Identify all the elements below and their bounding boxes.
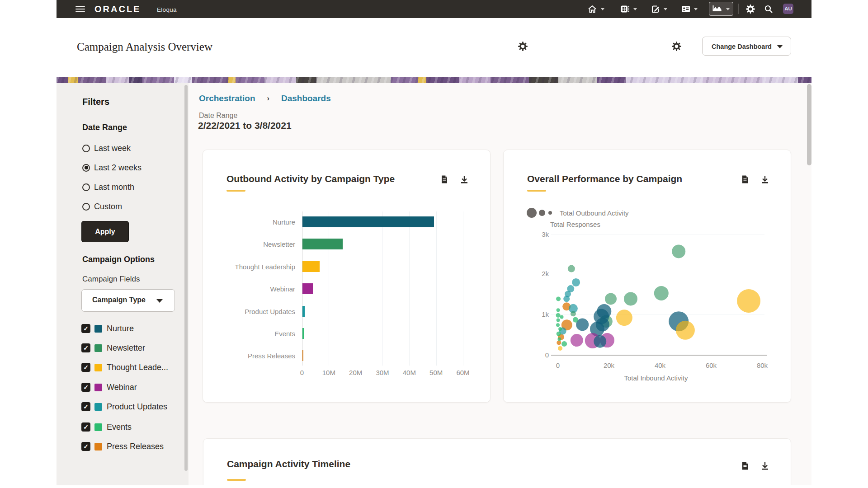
bubble-point-events <box>556 313 561 318</box>
checkbox-label: Thought Leade... <box>107 363 168 372</box>
bar-category-label: Webinar <box>203 285 295 293</box>
change-dashboard-button[interactable]: Change Dashboard <box>702 37 791 56</box>
campaign-activity-timeline-underline <box>227 479 246 481</box>
home-icon[interactable] <box>588 5 597 14</box>
bar-pressreleases[interactable] <box>302 350 303 361</box>
bar-gridline <box>436 211 437 366</box>
analytics-chart-icon <box>712 5 722 14</box>
campaign-activity-timeline-title: Campaign Activity Timeline <box>227 459 350 469</box>
compose-caret-icon[interactable] <box>664 8 667 10</box>
sidebar-scrollbar[interactable] <box>184 85 188 471</box>
checkbox-label: Nurture <box>107 324 134 333</box>
radio-label: Last week <box>94 144 131 153</box>
campaign-fields-label: Campaign Fields <box>82 275 140 284</box>
overall-performance-underline <box>527 190 546 192</box>
bubble-y-axis-label: Total Responses <box>550 221 600 228</box>
legend-bubble-icon <box>548 211 552 215</box>
bar-webinar[interactable] <box>302 283 313 294</box>
campaign-color-swatch <box>94 423 102 431</box>
radio-last-month[interactable]: Last month <box>82 182 134 192</box>
bar-x-tick-label: 20M <box>344 369 367 376</box>
checkbox-webinar[interactable]: ✓Webinar <box>81 382 137 393</box>
date-range-label: Date Range <box>199 112 237 120</box>
bar-gridline <box>382 211 383 366</box>
user-avatar[interactable]: AU <box>783 4 793 14</box>
main-scrollbar[interactable] <box>807 84 811 165</box>
analytics-nav-active[interactable] <box>709 2 733 16</box>
legend-bubble-icon <box>527 208 537 218</box>
bar-newsletter[interactable] <box>302 239 343 249</box>
breadcrumb-dashboards[interactable]: Dashboards <box>281 94 331 103</box>
radio-last-week[interactable]: Last week <box>82 143 131 154</box>
bubble-y-tick-label: 3k <box>531 230 549 238</box>
radio-unselected-icon <box>82 203 90 211</box>
bar-gridline <box>356 211 356 366</box>
checkbox-events[interactable]: ✓Events <box>81 422 132 432</box>
bubble-point-pressreleases <box>557 340 561 345</box>
checkbox-checked-icon: ✓ <box>81 343 90 352</box>
bubble-point-productupdates <box>563 296 570 302</box>
apply-button[interactable]: Apply <box>81 221 129 242</box>
breadcrumb-orchestration[interactable]: Orchestration <box>199 94 255 103</box>
search-icon[interactable] <box>764 5 773 14</box>
bar-x-tick-label: 0 <box>291 369 313 376</box>
checkbox-checked-icon: ✓ <box>81 402 90 411</box>
apps-caret-icon[interactable] <box>633 8 637 10</box>
bubble-point-nurture <box>590 322 604 336</box>
checkbox-newsletter[interactable]: ✓Newsletter <box>81 343 145 353</box>
checkbox-pressreleases[interactable]: ✓Press Releases <box>81 441 164 452</box>
campaign-color-swatch <box>94 344 102 352</box>
home-caret-icon[interactable] <box>601 8 604 10</box>
bubble-x-tick-label: 60k <box>700 361 722 369</box>
bar-gridline <box>409 211 410 366</box>
bar-gridline <box>329 211 329 366</box>
campaign-type-caret-icon <box>156 299 163 303</box>
bubble-point-webinar <box>585 333 600 348</box>
bar-category-label: Nurture <box>203 218 295 226</box>
report-icon[interactable] <box>741 175 750 184</box>
bar-gridline <box>463 211 463 366</box>
radio-last-2-weeks[interactable]: Last 2 weeks <box>82 162 142 173</box>
checkbox-checked-icon: ✓ <box>81 422 90 432</box>
campaign-color-swatch <box>94 325 102 333</box>
checkbox-nurture[interactable]: ✓Nurture <box>81 323 134 334</box>
report-icon[interactable] <box>741 461 750 470</box>
contact-card-caret-icon[interactable] <box>694 8 698 10</box>
download-icon[interactable] <box>760 175 769 184</box>
bubble-y-tick-label: 2k <box>531 270 549 277</box>
bar-thoughtleadership[interactable] <box>302 261 320 272</box>
checkbox-productupdates[interactable]: ✓Product Updates <box>81 401 167 412</box>
bar-productupdates[interactable] <box>302 306 305 317</box>
campaign-color-swatch <box>94 403 102 411</box>
bubble-x-axis-line <box>551 355 767 356</box>
dashboard-gear-left-icon[interactable] <box>518 42 528 51</box>
bubble-point-events <box>557 337 561 341</box>
bar-events[interactable] <box>302 328 304 339</box>
campaign-type-dropdown[interactable]: Campaign Type <box>81 289 175 312</box>
contact-card-icon[interactable] <box>681 5 690 14</box>
radio-unselected-icon <box>82 145 90 152</box>
bubble-point-newsletter <box>571 311 576 316</box>
radio-custom[interactable]: Custom <box>82 201 122 212</box>
settings-gear-icon[interactable] <box>746 5 755 14</box>
download-icon[interactable] <box>460 175 469 184</box>
bubble-point-productupdates <box>567 285 574 292</box>
outbound-activity-title: Outbound Activity by Campaign Type <box>226 174 395 184</box>
bar-nurture[interactable] <box>302 216 434 227</box>
dashboard-gear-right-icon[interactable] <box>672 42 681 51</box>
app-window: ORACLE Eloqua AU Campaign Analysis Overv… <box>57 0 811 485</box>
download-icon[interactable] <box>760 461 769 470</box>
checkbox-thoughtleadership[interactable]: ✓Thought Leade... <box>81 362 168 373</box>
bar-x-tick-label: 10M <box>317 369 340 376</box>
apps-grid-icon[interactable] <box>620 5 629 14</box>
compose-icon[interactable] <box>651 5 660 14</box>
checkbox-label: Press Releases <box>107 442 164 451</box>
bubble-point-webinar <box>571 334 583 347</box>
product-name: Eloqua <box>157 6 177 13</box>
overall-performance-title: Overall Performance by Campaign <box>527 174 682 184</box>
topbar-divider <box>738 4 739 14</box>
report-icon[interactable] <box>440 175 449 184</box>
bubble-x-tick-label: 20k <box>598 361 620 369</box>
bubble-y-tick-label: 0 <box>531 351 549 359</box>
menu-icon[interactable] <box>75 6 85 13</box>
